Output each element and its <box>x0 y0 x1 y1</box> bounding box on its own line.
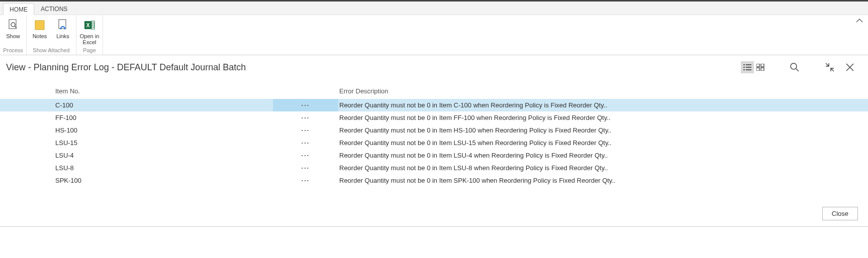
svg-rect-17 <box>743 69 745 70</box>
svg-rect-18 <box>746 69 751 70</box>
svg-rect-21 <box>756 68 759 71</box>
magnifier-page-icon <box>6 18 20 32</box>
show-button[interactable]: Show <box>2 16 24 46</box>
search-icon[interactable] <box>787 60 803 74</box>
row-actions-icon[interactable]: ··· <box>302 103 310 107</box>
cell-item-no: LSU-4 <box>54 152 273 159</box>
links-label: Links <box>56 33 69 45</box>
svg-text:X: X <box>86 23 90 28</box>
list-view-icon[interactable] <box>741 61 754 73</box>
ribbon-tab-actions[interactable]: ACTIONS <box>34 3 74 15</box>
close-button[interactable]: Close <box>822 207 858 220</box>
row-actions-icon[interactable]: ··· <box>302 116 310 120</box>
cell-error-description: Reorder Quantity must not be 0 in Item F… <box>338 114 868 121</box>
close-icon[interactable] <box>842 60 858 74</box>
ribbon-tab-strip: HOME ACTIONS <box>0 2 868 15</box>
cell-item-no: SPK-100 <box>54 177 273 184</box>
table-row[interactable]: SPK-100···Reorder Quantity must not be 0… <box>0 174 868 187</box>
cell-error-description: Reorder Quantity must not be 0 in Item L… <box>338 164 868 172</box>
cell-item-no: C-100 <box>54 101 273 109</box>
svg-rect-16 <box>746 67 751 68</box>
ribbon-group-caption-attached: Show Attached <box>29 46 74 55</box>
footer-bar: Close <box>0 202 868 227</box>
ribbon-group-caption-page: Page <box>78 46 101 55</box>
excel-label: Open in Excel <box>79 33 100 45</box>
notes-label: Notes <box>33 33 47 45</box>
cell-error-description: Reorder Quantity must not be 0 in Item L… <box>338 139 868 147</box>
cell-item-no: FF-100 <box>54 114 273 121</box>
column-header-item-no[interactable]: Item No. <box>54 87 273 95</box>
ribbon-group-process: Show Process <box>0 15 27 55</box>
table-row[interactable]: C-100···Reorder Quantity must not be 0 i… <box>0 99 868 111</box>
notes-icon <box>33 18 47 32</box>
tile-view-icon[interactable] <box>754 61 767 73</box>
ribbon-group-show-attached: Notes Links Show Attached <box>27 15 76 55</box>
collapse-ribbon-icon[interactable] <box>856 17 863 25</box>
page-title: View - Planning Error Log - DEFAULT Defa… <box>6 62 246 73</box>
error-log-table: Item No. Error Description C-100···Reord… <box>0 80 868 187</box>
svg-rect-22 <box>761 68 764 71</box>
svg-rect-3 <box>35 21 44 30</box>
row-actions-icon[interactable]: ··· <box>302 179 310 183</box>
row-actions-icon[interactable]: ··· <box>302 166 310 170</box>
svg-rect-10 <box>91 23 94 25</box>
table-header-row: Item No. Error Description <box>0 80 868 99</box>
svg-rect-19 <box>756 64 759 67</box>
row-actions-icon[interactable]: ··· <box>302 154 310 158</box>
ribbon-tab-home[interactable]: HOME <box>3 3 34 15</box>
links-button[interactable]: Links <box>52 16 74 46</box>
header-actions <box>740 60 858 74</box>
table-row[interactable]: LSU-8···Reorder Quantity must not be 0 i… <box>0 162 868 174</box>
cell-error-description: Reorder Quantity must not be 0 in Item S… <box>338 177 868 184</box>
svg-rect-9 <box>91 21 94 23</box>
show-label: Show <box>6 33 20 45</box>
svg-rect-15 <box>743 67 745 68</box>
page-header: View - Planning Error Log - DEFAULT Defa… <box>0 55 868 80</box>
notes-button[interactable]: Notes <box>29 16 51 46</box>
cell-item-no: LSU-8 <box>54 164 273 172</box>
links-icon <box>56 18 70 32</box>
view-mode-toggle <box>740 61 767 74</box>
svg-rect-20 <box>761 64 764 67</box>
ribbon-group-caption-process: Process <box>2 46 24 55</box>
open-in-excel-button[interactable]: X Open in Excel <box>78 16 101 46</box>
cell-error-description: Reorder Quantity must not be 0 in Item C… <box>338 101 868 109</box>
column-header-error-desc[interactable]: Error Description <box>338 87 868 95</box>
svg-line-25 <box>826 63 829 66</box>
svg-point-5 <box>60 28 62 30</box>
svg-point-1 <box>11 23 15 27</box>
table-row[interactable]: FF-100···Reorder Quantity must not be 0 … <box>0 111 868 124</box>
svg-point-6 <box>64 28 66 30</box>
svg-rect-14 <box>746 64 751 65</box>
table-row[interactable]: HS-100···Reorder Quantity must not be 0 … <box>0 124 868 137</box>
table-row[interactable]: LSU-15···Reorder Quantity must not be 0 … <box>0 137 868 149</box>
shrink-icon[interactable] <box>822 60 838 74</box>
table-row[interactable]: LSU-4···Reorder Quantity must not be 0 i… <box>0 149 868 162</box>
svg-rect-13 <box>743 64 745 65</box>
cell-item-no: LSU-15 <box>54 139 273 147</box>
ribbon-body: Show Process Notes <box>0 15 868 55</box>
excel-icon: X <box>82 18 97 32</box>
cell-error-description: Reorder Quantity must not be 0 in Item H… <box>338 126 868 134</box>
ribbon-group-page: X Open in Excel Page <box>76 15 103 55</box>
svg-rect-12 <box>91 27 94 29</box>
row-actions-icon[interactable]: ··· <box>302 128 310 133</box>
cell-error-description: Reorder Quantity must not be 0 in Item L… <box>338 152 868 159</box>
row-actions-icon[interactable]: ··· <box>302 141 310 145</box>
cell-item-no: HS-100 <box>54 126 273 134</box>
svg-rect-11 <box>91 25 94 27</box>
svg-line-24 <box>796 69 799 71</box>
svg-point-23 <box>791 63 797 69</box>
svg-line-26 <box>831 68 834 71</box>
